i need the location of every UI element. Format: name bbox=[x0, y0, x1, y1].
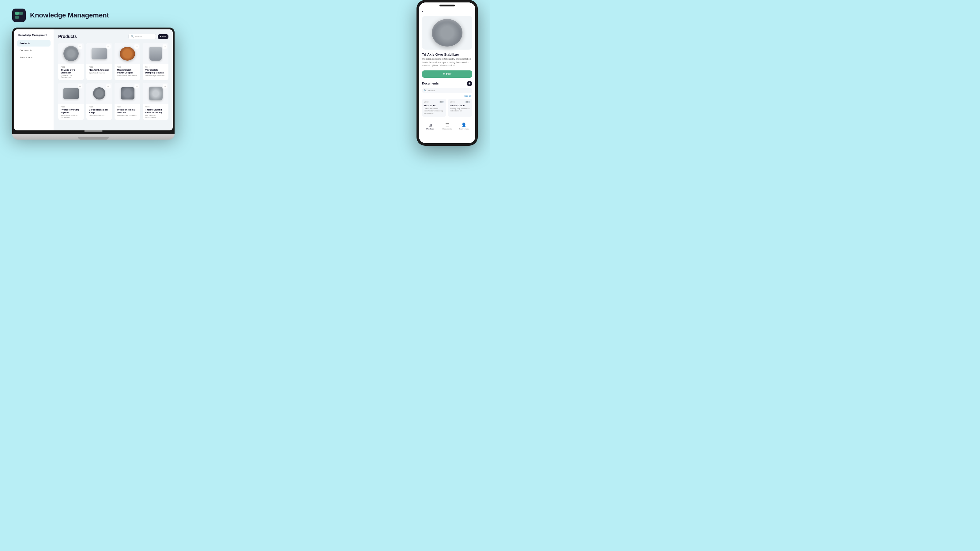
header-actions: 🔍 Search + Add bbox=[128, 34, 169, 39]
documents-nav-label: Documents bbox=[442, 128, 452, 130]
phone-notch-bar bbox=[419, 2, 475, 9]
phone-product-shape bbox=[432, 19, 463, 46]
products-nav-label: Products bbox=[426, 128, 434, 130]
card-menu-p008[interactable]: ··· bbox=[162, 84, 167, 89]
product-shape-valve bbox=[149, 87, 162, 100]
card-menu-p005[interactable]: ··· bbox=[78, 84, 83, 89]
svg-rect-2 bbox=[15, 16, 19, 19]
product-grid: ··· P001 Tri-Axis Gyro Stabilizer Quantu… bbox=[58, 43, 169, 120]
laptop-base bbox=[12, 134, 175, 140]
card-menu-p004[interactable]: ··· bbox=[162, 44, 167, 49]
phone-product-desc: Precision component for stability and or… bbox=[422, 57, 472, 67]
sidebar-item-documents[interactable]: Documents bbox=[17, 47, 51, 54]
phone-edit-button[interactable]: ✏ Edit bbox=[422, 70, 472, 78]
phone-device: ‹ Tri-Axis Gyro Stabilizer Precision com… bbox=[417, 0, 478, 146]
products-nav-icon: ⊞ bbox=[428, 122, 432, 127]
doc-desc-m003: Step-by-step installation instructions f… bbox=[450, 108, 470, 113]
product-company-p003: NanoWeave Innovations bbox=[117, 75, 138, 76]
phone-nav-products[interactable]: ⊞ Products bbox=[422, 122, 439, 130]
phone-doc-card-m003[interactable]: M003 DOC Install Guide Step-by-step inst… bbox=[448, 99, 472, 117]
product-company-p006: Graviton Dynamics bbox=[89, 114, 110, 116]
product-card-p005[interactable]: ··· P005 HydroFlow Pump Impeller HyperDr… bbox=[58, 83, 84, 120]
doc-id-m002: M002 bbox=[424, 101, 428, 103]
product-id-p002: P002 bbox=[89, 66, 110, 68]
product-name-p006: CarbonTight Seal Rings bbox=[89, 108, 110, 114]
phone-doc-card-m002[interactable]: M002 PDF Tech Spec Detailed technical sp… bbox=[422, 99, 446, 117]
product-card-p001[interactable]: ··· P001 Tri-Axis Gyro Stabilizer Quantu… bbox=[58, 43, 84, 80]
app-logo bbox=[12, 9, 26, 22]
doc-badge-m002: PDF bbox=[439, 101, 444, 103]
product-shape-impeller bbox=[64, 88, 79, 99]
doc-card-header-m002: M002 PDF bbox=[424, 101, 444, 103]
search-icon: 🔍 bbox=[131, 35, 134, 38]
phone-notch bbox=[439, 5, 455, 6]
phone-nav-documents[interactable]: ☰ Documents bbox=[439, 122, 456, 130]
card-menu-p006[interactable]: ··· bbox=[106, 84, 111, 89]
phone-documents-section: Documents + bbox=[422, 81, 472, 86]
svg-rect-0 bbox=[15, 12, 19, 15]
doc-name-m003: Install Guide bbox=[450, 104, 470, 107]
doc-desc-m002: Detailed technical specifications includ… bbox=[424, 108, 444, 115]
sidebar-item-technicians[interactable]: Technicians bbox=[17, 54, 51, 60]
product-company-p005: HyperDrive Systems Corporation bbox=[60, 114, 81, 118]
product-company-p008: ElectraPulse Technologies bbox=[145, 114, 166, 118]
phone-inner: ‹ Tri-Axis Gyro Stabilizer Precision com… bbox=[419, 2, 475, 143]
doc-name-m002: Tech Spec bbox=[424, 104, 444, 107]
product-card-p003[interactable]: ··· P003 MagnaClutch Power Coupler NanoW… bbox=[115, 43, 140, 80]
add-product-button[interactable]: + Add bbox=[158, 34, 169, 39]
sidebar-item-products[interactable]: Products bbox=[17, 40, 51, 46]
card-menu-p001[interactable]: ··· bbox=[78, 44, 83, 49]
page-title: Products bbox=[58, 34, 77, 39]
product-name-p002: FlexJoint Actuator bbox=[89, 68, 110, 71]
technicians-nav-label: Technicians bbox=[459, 128, 469, 130]
phone-search-box[interactable]: 🔍 Search bbox=[422, 88, 472, 93]
product-info-p003: P003 MagnaClutch Power Coupler NanoWeave… bbox=[115, 64, 140, 78]
card-menu-p007[interactable]: ··· bbox=[134, 84, 139, 89]
product-id-p006: P006 bbox=[89, 106, 110, 108]
phone-bottom-nav: ⊞ Products ☰ Documents 👤 Technicians bbox=[422, 120, 472, 130]
product-info-p006: P006 CarbonTight Seal Rings Graviton Dyn… bbox=[86, 104, 112, 118]
documents-nav-icon: ☰ bbox=[445, 122, 449, 127]
phone-product-image bbox=[422, 16, 472, 49]
product-shape-gyro bbox=[64, 46, 79, 61]
product-id-p008: P008 bbox=[145, 106, 166, 108]
phone-add-document-button[interactable]: + bbox=[467, 81, 472, 86]
phone-doc-cards: M002 PDF Tech Spec Detailed technical sp… bbox=[422, 99, 472, 117]
product-card-p002[interactable]: ··· P002 FlexJoint Actuator GyroTech Dyn… bbox=[86, 43, 112, 80]
sidebar-title: Knowledge Management bbox=[17, 34, 51, 37]
product-card-p007[interactable]: ··· P007 Precision Helical Gear Set Temp… bbox=[115, 83, 140, 120]
card-menu-p002[interactable]: ··· bbox=[106, 44, 111, 49]
doc-id-m003: M003 bbox=[450, 101, 455, 103]
product-name-p001: Tri-Axis Gyro Stabilizer bbox=[60, 68, 81, 74]
product-info-p001: P001 Tri-Axis Gyro Stabilizer Quantum Fl… bbox=[58, 64, 84, 80]
header-title: Knowledge Management bbox=[30, 11, 109, 19]
product-shape-gearset bbox=[121, 87, 134, 100]
phone-see-all-link[interactable]: See all › bbox=[422, 95, 472, 97]
product-card-p004[interactable]: ··· P004 VibroIsolate Damping Mounts Pla… bbox=[143, 43, 169, 80]
phone-content: ‹ Tri-Axis Gyro Stabilizer Precision com… bbox=[419, 9, 475, 133]
product-name-p008: ThermoExpand Valve Assembly bbox=[145, 108, 166, 114]
product-card-p008[interactable]: ··· P008 ThermoExpand Valve Assembly Ele… bbox=[143, 83, 169, 120]
card-menu-p003[interactable]: ··· bbox=[134, 44, 139, 49]
product-info-p004: P004 VibroIsolate Damping Mounts PlasmaF… bbox=[143, 64, 169, 78]
doc-card-header-m003: M003 DOC bbox=[450, 101, 470, 103]
phone-frame: ‹ Tri-Axis Gyro Stabilizer Precision com… bbox=[417, 0, 478, 146]
laptop-device: Knowledge Management Products Documents … bbox=[12, 27, 175, 140]
sidebar: Knowledge Management Products Documents … bbox=[14, 29, 54, 130]
product-company-p001: Quantum Flux Technologies bbox=[60, 75, 81, 78]
product-name-p005: HydroFlow Pump Impeller bbox=[60, 108, 81, 114]
search-box[interactable]: 🔍 Search bbox=[128, 34, 156, 39]
product-info-p005: P005 HydroFlow Pump Impeller HyperDrive … bbox=[58, 104, 84, 120]
laptop-notch bbox=[84, 130, 103, 132]
product-id-p003: P003 bbox=[117, 66, 138, 68]
product-shape-actuator bbox=[92, 48, 107, 59]
product-id-p005: P005 bbox=[60, 106, 81, 108]
laptop-screen: Knowledge Management Products Documents … bbox=[12, 27, 175, 134]
product-shape-damping bbox=[150, 47, 162, 60]
product-company-p004: PlasmaForge Industries bbox=[145, 75, 166, 76]
product-name-p004: VibroIsolate Damping Mounts bbox=[145, 68, 166, 74]
phone-back-button[interactable]: ‹ bbox=[422, 9, 472, 13]
phone-nav-technicians[interactable]: 👤 Technicians bbox=[455, 122, 472, 130]
product-card-p006[interactable]: ··· P006 CarbonTight Seal Rings Graviton… bbox=[86, 83, 112, 120]
product-company-p002: GyroTech Dynamics bbox=[89, 72, 110, 74]
